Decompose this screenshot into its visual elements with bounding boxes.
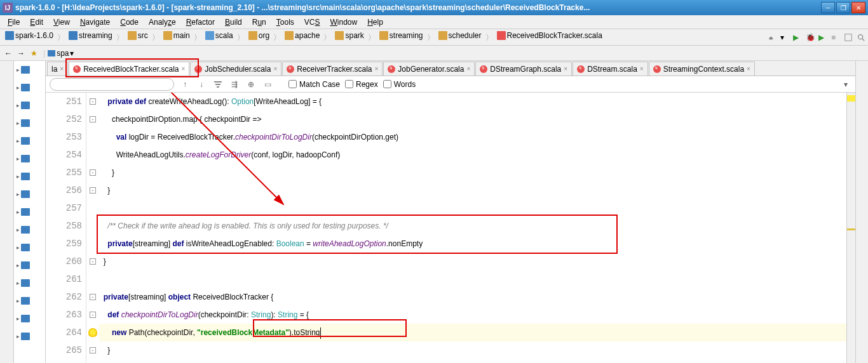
next-match-icon[interactable]: ↓ <box>196 79 207 90</box>
code-line[interactable]: /** Check if the write ahead log is enab… <box>99 217 846 235</box>
tree-expand-icon[interactable]: ▸ <box>17 333 20 340</box>
tree-expand-icon[interactable]: ▸ <box>17 280 20 286</box>
menu-code[interactable]: Code <box>115 16 144 28</box>
fold-toggle-icon[interactable]: - <box>90 169 96 176</box>
tab-close-icon[interactable]: × <box>375 65 379 72</box>
menu-vcs[interactable]: VCS <box>299 16 325 28</box>
menu-build[interactable]: Build <box>220 16 247 28</box>
code-line[interactable]: } <box>99 359 846 363</box>
filter-icon[interactable] <box>212 79 224 90</box>
fold-row[interactable] <box>86 235 99 253</box>
editor-tab[interactable]: DStreamGraph.scala× <box>475 62 572 76</box>
code-editor[interactable]: 2512522532542552562572582592602612622632… <box>46 93 855 363</box>
close-button[interactable]: ✕ <box>851 2 865 13</box>
breadcrumb-item[interactable]: src <box>125 31 151 40</box>
editor-tab[interactable]: ReceiverTracker.scala× <box>282 62 383 76</box>
select-all-icon[interactable]: ▭ <box>262 79 273 90</box>
code-line[interactable] <box>99 199 846 217</box>
menu-refactor[interactable]: Refactor <box>181 16 220 28</box>
code-line[interactable]: val logDir = ReceivedBlockTracker.checkp… <box>99 128 846 146</box>
tab-close-icon[interactable]: × <box>564 65 567 72</box>
debug-icon[interactable]: 🐞 <box>806 33 815 42</box>
tree-row[interactable]: ▸ <box>14 61 45 79</box>
search-icon[interactable] <box>857 33 865 42</box>
stop-icon[interactable]: ■ <box>831 33 840 42</box>
fold-row[interactable] <box>86 270 99 288</box>
star-icon[interactable]: ★ <box>28 48 39 59</box>
tab-close-icon[interactable]: × <box>747 65 750 72</box>
code-line[interactable] <box>99 270 846 288</box>
tab-close-icon[interactable]: × <box>273 65 277 72</box>
breadcrumb-item[interactable]: scala <box>203 31 236 40</box>
breadcrumb-item[interactable]: streaming <box>66 31 115 40</box>
find-close-icon[interactable]: ▾ <box>840 79 851 90</box>
code-line[interactable]: } <box>99 341 846 359</box>
words-checkbox[interactable]: Words <box>383 80 416 89</box>
menu-window[interactable]: Window <box>325 16 362 28</box>
tree-expand-icon[interactable]: ▸ <box>17 298 20 304</box>
code-line[interactable]: def checkpointDirToLogDir(checkpointDir:… <box>99 306 846 324</box>
fold-row[interactable]: - <box>86 359 99 363</box>
fold-row[interactable] <box>86 128 99 146</box>
code-line[interactable]: WriteAheadLogUtils.createLogForDriver(co… <box>99 146 846 164</box>
tree-expand-icon[interactable]: ▸ <box>17 120 20 126</box>
code-line[interactable]: private[streaming] object ReceivedBlockT… <box>99 288 846 306</box>
menu-run[interactable]: Run <box>247 16 271 28</box>
back-icon[interactable]: ← <box>3 48 14 59</box>
editor-tab[interactable]: JobScheduler.scala× <box>190 62 281 76</box>
code-line[interactable]: } <box>99 182 846 199</box>
tree-row[interactable]: ▸ <box>14 221 45 239</box>
fold-toggle-icon[interactable]: - <box>90 294 96 300</box>
menu-help[interactable]: Help <box>362 16 388 28</box>
fold-row[interactable]: - <box>86 253 99 270</box>
hammer-icon[interactable] <box>768 33 776 42</box>
match-case-checkbox[interactable]: Match Case <box>288 80 340 89</box>
breadcrumb-item[interactable]: spark-1.6.0 <box>3 31 56 40</box>
project-dropdown[interactable]: spa ▾ <box>48 49 74 58</box>
regex-checkbox[interactable]: Regex <box>345 80 378 89</box>
minimize-button[interactable]: ─ <box>821 2 835 13</box>
tree-expand-icon[interactable]: ▸ <box>17 138 20 144</box>
intention-bulb-icon[interactable] <box>88 328 97 337</box>
tree-row[interactable]: ▸ <box>14 327 45 345</box>
tree-row[interactable]: ▸ <box>14 96 45 114</box>
fold-toggle-icon[interactable]: - <box>90 98 96 105</box>
fold-row[interactable]: - <box>86 110 99 128</box>
tab-close-icon[interactable]: × <box>466 65 470 72</box>
tree-expand-icon[interactable]: ▸ <box>17 84 20 91</box>
menu-analyze[interactable]: Analyze <box>144 16 181 28</box>
tab-close-icon[interactable]: × <box>640 65 644 72</box>
tree-expand-icon[interactable]: ▸ <box>17 173 20 180</box>
prev-match-icon[interactable]: ↑ <box>179 79 191 90</box>
fold-row[interactable]: - <box>86 341 99 359</box>
fold-row[interactable] <box>86 199 99 217</box>
tree-row[interactable]: ▸ <box>14 203 45 221</box>
run-icon[interactable]: ▶ <box>793 33 802 42</box>
fold-row[interactable]: - <box>86 182 99 199</box>
menu-navigate[interactable]: Navigate <box>75 16 115 28</box>
menu-view[interactable]: View <box>48 16 75 28</box>
menu-tools[interactable]: Tools <box>271 16 299 28</box>
editor-tab[interactable]: ReceivedBlockTracker.scala× <box>69 62 189 76</box>
tree-row[interactable]: ▸ <box>14 256 45 274</box>
run-coverage-icon[interactable]: ▶ <box>818 33 827 42</box>
code-line[interactable]: private[streaming] def isWriteAheadLogEn… <box>99 235 846 253</box>
tree-row[interactable]: ▸ <box>14 274 45 292</box>
fold-row[interactable]: - <box>86 288 99 306</box>
fold-row[interactable] <box>86 146 99 164</box>
tree-expand-icon[interactable]: ▸ <box>17 262 20 268</box>
fold-toggle-icon[interactable]: - <box>90 347 96 353</box>
code-line[interactable]: } <box>99 253 846 270</box>
tree-row[interactable]: ▸ <box>14 185 45 203</box>
add-selection-icon[interactable]: ⊕ <box>245 79 257 90</box>
fold-row[interactable] <box>86 217 99 235</box>
fold-toggle-icon[interactable]: - <box>90 116 96 122</box>
breadcrumb-item[interactable]: apache <box>282 31 322 40</box>
breadcrumb-item[interactable]: streaming <box>377 31 426 40</box>
settings-multiline-icon[interactable]: ⇶ <box>229 79 240 90</box>
breadcrumb-item[interactable]: scheduler <box>436 31 484 40</box>
tree-expand-icon[interactable]: ▸ <box>17 102 20 109</box>
fold-row[interactable]: - <box>86 306 99 324</box>
tab-close-icon[interactable]: × <box>181 65 185 72</box>
code-line[interactable]: private def createWriteAheadLog(): Optio… <box>99 93 846 110</box>
